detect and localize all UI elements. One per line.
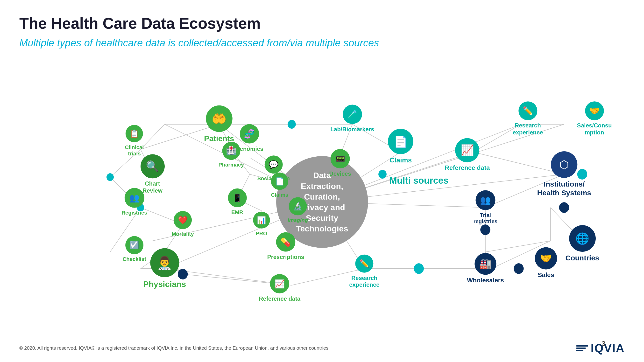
node-chart-review: 🔍 ChartReview <box>140 154 165 194</box>
main-title: The Health Care Data Ecosystem <box>19 14 625 32</box>
svg-point-55 <box>480 224 490 235</box>
node-physicians: 👨‍⚕️ Physicians <box>143 248 186 289</box>
node-imaging: 🔬 Imaging <box>288 197 308 224</box>
iqvia-text: IQVIA <box>591 342 625 355</box>
page-container: The Health Care Data Ecosystem Multiple … <box>0 0 644 362</box>
node-trial-registries: 👥 Trialregistries <box>474 190 498 225</box>
subtitle: Multiple types of healthcare data is col… <box>19 37 625 49</box>
node-reference-data-bottom: 📈 Reference data <box>259 274 300 302</box>
node-sales: 🤝 Sales <box>535 247 557 279</box>
page-number: 3 <box>602 340 605 348</box>
node-reference-data-top: 📈 Reference data <box>445 138 490 172</box>
node-countries: 🌐 Countries <box>565 225 599 262</box>
footer: © 2020. All rights reserved. IQVIA® is a… <box>19 342 625 355</box>
node-research-exp-top: ✏️ Researchexperience <box>513 101 543 136</box>
iqvia-lines-icon <box>576 345 588 351</box>
node-clinical-trials: 📋 Clinicaltrials <box>125 125 144 157</box>
svg-point-56 <box>514 263 524 274</box>
node-research-exp-bottom: ✏️ Researchexperience <box>349 254 379 288</box>
node-pharmacy: 🏥 Pharmacy <box>218 142 244 168</box>
node-checklist: ☑️ Checklist <box>122 236 146 262</box>
node-emr: 📱 EMR <box>228 188 247 216</box>
svg-point-54 <box>559 202 569 213</box>
svg-point-52 <box>106 173 114 181</box>
svg-point-49 <box>378 170 386 179</box>
node-prescriptions: 💊 Prescriptions <box>267 232 304 261</box>
node-wholesalers: 🏭 Wholesalers <box>467 253 504 284</box>
iqvia-logo: IQVIA <box>576 342 625 355</box>
node-claims-teal: 📄 Claims <box>388 129 414 164</box>
node-lab-biomarkers: 🧪 Lab/Biomarkers <box>330 105 374 133</box>
node-sales-consumption: 🤝 Sales/Consumption <box>577 101 612 136</box>
svg-point-48 <box>288 120 296 129</box>
node-multi-sources: Multi sources <box>389 173 448 186</box>
footer-copyright: © 2020. All rights reserved. IQVIA® is a… <box>19 345 330 351</box>
node-mortality: ❤️ Mortality <box>172 211 194 237</box>
diagram-area: Data Extraction, Curation, Privacy and S… <box>19 63 625 341</box>
node-devices: 📟 Devices <box>329 149 351 177</box>
node-institutions: ⬡ Institutions/Health Systems <box>537 151 591 197</box>
svg-point-51 <box>414 263 424 274</box>
node-patients: 🤲 Patients <box>204 105 234 143</box>
node-claims-green: 📄 Claims <box>271 173 288 198</box>
